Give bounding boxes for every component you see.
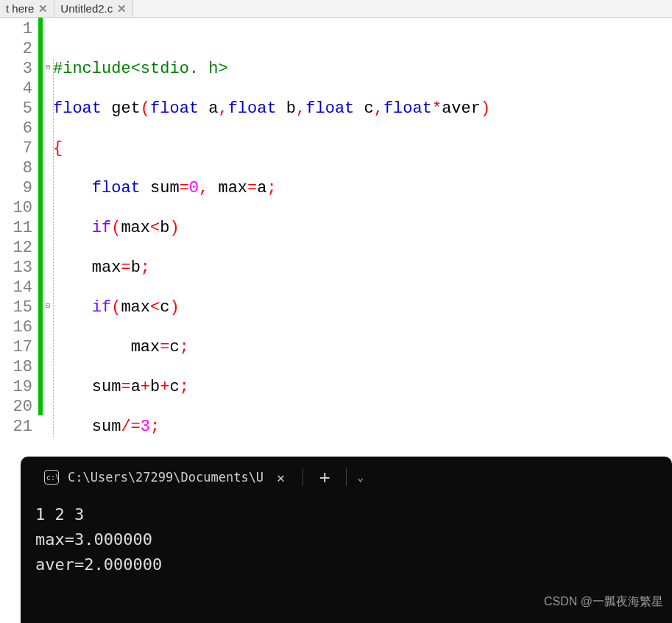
separator [346,468,347,486]
line-number: 12 [0,238,32,258]
terminal-output[interactable]: 1 2 3 max=3.000000 aver=2.000000 [21,498,672,582]
tabs-bar: t here ✕ Untitled2.c ✕ [0,0,672,18]
tab-2[interactable]: Untitled2.c ✕ [54,0,133,17]
terminal-line: max=3.000000 [35,527,657,552]
fold-toggle-icon[interactable]: ⊟ [43,57,53,77]
code-area[interactable]: #include<stdio. h> float get(float a,flo… [53,18,672,445]
tab-1[interactable]: t here ✕ [0,0,54,17]
terminal-tab-title: C:\Users\27299\Documents\U [68,470,264,485]
line-number: 19 [0,377,32,397]
fold-toggle-icon[interactable]: ⊟ [43,296,53,316]
line-number: 3 [0,59,32,79]
line-number: 7 [0,138,32,158]
new-tab-button[interactable]: + [306,467,343,488]
line-number: 18 [0,357,32,377]
separator [303,468,303,486]
terminal-tab[interactable]: c:\ C:\Users\27299\Documents\U ✕ [34,464,300,491]
terminal-icon: c:\ [44,470,59,485]
line-number: 14 [0,278,32,298]
line-number: 11 [0,218,32,238]
line-number: 13 [0,258,32,278]
indent-guide [53,59,54,437]
close-icon[interactable]: ✕ [117,2,127,15]
tab-label: Untitled2.c [60,2,113,15]
fold-column: ⊟ ⊟ [43,18,53,445]
terminal-window: c:\ C:\Users\27299\Documents\U ✕ + ⌄ 1 2… [21,457,672,623]
watermark: CSDN @一瓢夜海繁星 [544,594,663,610]
terminal-tabbar: c:\ C:\Users\27299\Documents\U ✕ + ⌄ [21,457,672,498]
code-editor[interactable]: 1 2 3 4 5 6 7 8 9 10 11 12 13 14 15 16 1… [0,18,672,445]
tab-label: t here [6,2,34,15]
line-number: 4 [0,79,32,99]
line-number: 15 [0,298,32,317]
close-icon[interactable]: ✕ [38,2,48,15]
chevron-down-icon[interactable]: ⌄ [350,471,370,483]
line-number: 21 [0,417,32,437]
line-number: 6 [0,119,32,138]
line-number: 10 [0,198,32,218]
terminal-line: aver=2.000000 [35,552,657,577]
line-number: 9 [0,178,32,198]
close-icon[interactable]: ✕ [272,470,289,485]
line-number: 20 [0,397,32,417]
line-number: 8 [0,158,32,178]
line-number: 5 [0,99,32,119]
terminal-line: 1 2 3 [35,502,657,527]
line-number: 2 [0,39,32,59]
line-number: 16 [0,317,32,337]
line-number: 17 [0,337,32,357]
line-number-gutter: 1 2 3 4 5 6 7 8 9 10 11 12 13 14 15 16 1… [0,18,38,445]
line-number: 1 [0,19,32,39]
